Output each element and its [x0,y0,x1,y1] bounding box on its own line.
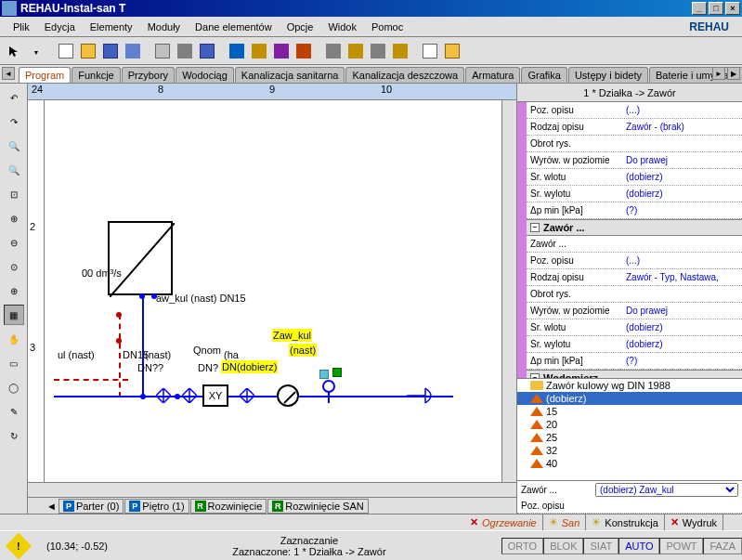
prop-row[interactable]: Δp min [kPa](?) [527,202,742,219]
redo-button[interactable]: ↷ [4,111,24,132]
open-button[interactable] [78,41,98,61]
prop-row-bottom[interactable]: Poz. opisu [517,499,742,514]
node[interactable] [175,394,180,399]
valve-symbol[interactable] [182,388,197,405]
prop-row[interactable]: Δp min [kPa](?) [527,353,742,370]
calc2-button[interactable] [249,41,269,61]
node-red[interactable] [116,312,122,318]
mode-orto[interactable]: ORTO [501,538,543,554]
valve-symbol[interactable] [156,388,171,405]
menu-moduly[interactable]: Moduły [140,20,188,34]
bolt2-button[interactable] [345,41,366,61]
sheet-rozwiniecie[interactable]: RRozwinięcie [190,499,267,514]
view-tab-ogrzewanie[interactable]: ✕Ogrzewanie [464,514,543,530]
wave-button[interactable] [293,41,314,61]
new-button[interactable] [56,41,76,61]
view-tab-wydruk[interactable]: ✕Wydruk [665,514,723,530]
drawing-canvas[interactable]: 00 dm³/s aw_kul (nast) DN15 ul (nast) DN… [45,100,501,482]
zaw-kul-label[interactable]: Zaw_kul [272,329,312,342]
preview-button[interactable] [197,41,217,61]
prop-row[interactable]: Śr. wylotu(dobierz) [527,336,742,353]
mode-blok[interactable]: BLOK [543,538,583,554]
menu-opcje[interactable]: Opcje [280,20,321,34]
close-button[interactable]: × [725,2,740,15]
tab-kan-deszcz[interactable]: Kanalizacja deszczowa [345,67,464,83]
canvas-hscroll[interactable] [28,482,516,497]
green-marker-icon[interactable] [332,368,342,377]
prop-row[interactable]: Rodzaj opisuZawór - (brak) [527,119,742,136]
node[interactable] [140,394,146,399]
prop-row[interactable]: Wyrów. w poziomieDo prawej [527,152,742,169]
sheet-rozwiniecie-san[interactable]: RRozwinięcie SAN [267,499,368,514]
mode-auto[interactable]: AUTO [618,538,659,554]
prop-row[interactable]: Poz. opisu(...) [527,102,742,119]
edit-button[interactable]: ✎ [4,401,24,422]
zoom-all-button[interactable]: ⊕ [4,280,24,301]
tree-item[interactable]: 15 [517,405,742,418]
tabs-scroll-far-right[interactable]: ▶ [727,67,740,80]
zoom-out-button[interactable]: 🔍 [4,160,24,180]
mode-siat[interactable]: SIAT [583,538,618,554]
refresh-button[interactable]: ↻ [4,425,24,446]
grid-button[interactable] [323,41,344,61]
select-rect-button[interactable]: ▭ [4,353,24,373]
pipe-dashed-horizontal[interactable] [54,379,128,381]
prop-row[interactable]: Poz. opisu(...) [527,253,742,269]
tree-item[interactable]: 25 [517,431,742,444]
maximize-button[interactable]: □ [709,2,723,15]
dn-dobierz-label[interactable]: DN(dobierz) [221,360,278,373]
prop-row[interactable]: Śr. wylotu(dobierz) [527,186,742,202]
zoom-in-button[interactable]: 🔍 [4,136,24,156]
prop-row[interactable]: Wyrów. w poziomieDo prawej [527,303,742,319]
meter-symbol[interactable] [277,384,299,407]
select-dropdown-button[interactable] [26,41,46,61]
prop-row[interactable]: Zawór ... [527,236,742,253]
node[interactable] [139,293,145,299]
menu-widok[interactable]: Widok [320,20,364,34]
doc-button[interactable] [420,41,440,61]
section-wodomierz[interactable]: −Wodomierz ... [527,370,742,378]
tabs-scroll-right[interactable]: ► [712,67,725,80]
view-tab-san[interactable]: ☀San [543,514,587,530]
menu-edycja[interactable]: Edycja [37,20,83,34]
bolt3-button[interactable] [390,41,410,61]
canvas-vscroll[interactable] [501,100,516,482]
prop-row[interactable]: Obrot rys. [527,286,742,303]
tab-funkcje[interactable]: Funkcje [72,67,121,83]
valve-select[interactable]: (dobierz) Zaw_kul [595,483,738,497]
mode-powt[interactable]: POWT [659,538,703,554]
tree-item[interactable]: 40 [517,457,742,470]
symbol-tank[interactable] [108,221,173,295]
pipe-vertical[interactable] [142,295,144,397]
print-button[interactable] [175,41,195,61]
tree-item[interactable]: 32 [517,444,742,457]
tabs-scroll-left[interactable]: ◄ [2,67,15,80]
prop-row[interactable]: Rodzaj opisuZawór - Typ, Nastawa, [527,269,742,286]
tree-item[interactable]: 20 [517,418,742,431]
prop-row[interactable]: Śr. wlotu(dobierz) [527,169,742,186]
view-tab-konstrukcja[interactable]: ☀Konstrukcja [586,514,664,530]
select-lasso-button[interactable]: ◯ [4,377,24,397]
tab-grafika[interactable]: Grafika [521,67,566,83]
zoom-plus-button[interactable]: ⊕ [4,208,24,228]
zoom-minus-button[interactable]: ⊖ [4,232,24,253]
pan-button[interactable]: ✋ [4,329,24,349]
menu-elementy[interactable]: Elementy [83,20,140,34]
check-valve-symbol[interactable] [319,379,338,405]
tab-ustepy[interactable]: Ustępy i bidety [568,67,648,83]
zoom-fit-button[interactable]: ⊙ [4,256,24,277]
saveall-button[interactable] [123,41,143,61]
mode-faza[interactable]: FAZA [703,538,742,554]
sheet-parter[interactable]: PParter (0) [59,499,124,514]
grid2-button[interactable] [368,41,388,61]
tab-przybory[interactable]: Przybory [122,67,175,83]
end-connector-symbol[interactable] [407,386,444,407]
cyan-marker-icon[interactable] [319,370,329,379]
sheets-scroll-left[interactable]: ◄ [46,501,57,512]
valve-tree[interactable]: Zawór kulowy wg DIN 1988 (dobierz) 15 20… [517,378,742,480]
tab-program[interactable]: Program [19,67,71,83]
xy-symbol[interactable]: XY [202,384,228,407]
properties-button[interactable]: ▦ [4,305,24,325]
menu-plik[interactable]: Plik [6,20,37,34]
tree-item[interactable]: (dobierz) [517,392,742,405]
